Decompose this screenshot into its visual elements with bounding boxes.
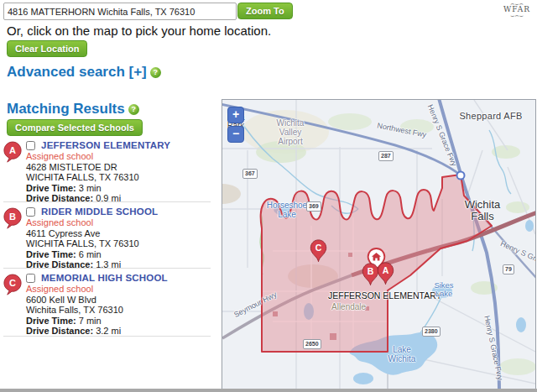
drive-time-value: 7 min bbox=[79, 316, 102, 326]
svg-text:B: B bbox=[9, 212, 16, 222]
school-c-address1: 6600 Kell W Blvd bbox=[26, 295, 213, 305]
advanced-search-link[interactable]: Advanced search [+]? bbox=[7, 64, 161, 81]
school-c-checkbox[interactable] bbox=[26, 274, 35, 283]
map-graphics bbox=[222, 100, 535, 389]
svg-text:C: C bbox=[9, 278, 16, 288]
svg-text:B: B bbox=[368, 266, 374, 276]
school-a-checkbox[interactable] bbox=[26, 141, 35, 150]
logo-ornament-bottom: ⌣⌢⌣ bbox=[499, 13, 534, 18]
school-c-pin-icon: C bbox=[3, 274, 22, 299]
drive-time-value: 6 min bbox=[79, 249, 102, 259]
school-b-name-link[interactable]: RIDER MIDDLE SCHOOL bbox=[41, 206, 158, 217]
school-c-name-link[interactable]: MEMORIAL HIGH SCHOOL bbox=[41, 273, 168, 283]
wfar-logo: ⌢⌣⌢ WFAR ⌣⌢⌣ bbox=[499, 2, 534, 18]
list-divider bbox=[3, 268, 211, 269]
drive-time-label: Drive Time: bbox=[26, 183, 76, 193]
school-a-address2: WICHITA FALLS, TX 76310 bbox=[26, 172, 213, 182]
zoom-to-button[interactable]: Zoom To bbox=[237, 3, 293, 19]
drive-time-value: 3 min bbox=[79, 183, 102, 193]
advanced-search-help-icon[interactable]: ? bbox=[150, 67, 161, 78]
school-c-assigned-badge: Assigned school bbox=[26, 284, 213, 294]
page-bottom-edge bbox=[0, 389, 537, 392]
drive-distance-label: Drive Distance: bbox=[26, 326, 93, 336]
school-search-page: { "header": { "search_value": "4816 MATT… bbox=[0, 0, 537, 392]
school-a-pin-icon: A bbox=[3, 141, 22, 166]
search-input[interactable] bbox=[3, 3, 237, 20]
matching-results-heading: Matching Results? bbox=[7, 101, 139, 118]
school-a-drive-time: Drive Time: 3 min bbox=[26, 183, 213, 193]
zoom-out-button[interactable]: − bbox=[227, 126, 244, 143]
school-b-pin-icon: B bbox=[3, 207, 22, 233]
map-zoom-controls: + − bbox=[227, 107, 244, 145]
school-a-assigned-badge: Assigned school bbox=[26, 151, 213, 161]
school-b-assigned-badge: Assigned school bbox=[26, 217, 213, 227]
attendance-zone-map[interactable]: + − Iowa Park Wichita Valley Airport She… bbox=[222, 99, 536, 389]
school-result-b: B RIDER MIDDLE SCHOOL Assigned school 46… bbox=[3, 206, 213, 269]
school-b-address1: 4611 Cypress Ave bbox=[26, 228, 213, 238]
school-c-address2: Wichita Falls, TX 76310 bbox=[26, 305, 213, 315]
school-b-address2: WICHITA FALLS, TX 76310 bbox=[26, 238, 213, 248]
compare-selected-schools-button[interactable]: Compare Selected Schools bbox=[7, 119, 143, 136]
matching-results-help-icon[interactable]: ? bbox=[128, 104, 139, 115]
svg-text:C: C bbox=[315, 243, 322, 253]
list-divider bbox=[3, 201, 211, 202]
interchange-icon bbox=[457, 172, 465, 180]
drive-time-label: Drive Time: bbox=[26, 316, 76, 326]
school-b-checkbox[interactable] bbox=[26, 207, 35, 217]
drive-distance-value: 3.2 mi bbox=[96, 326, 121, 336]
map-instruction-text: Or, click on the map to pick your home l… bbox=[7, 24, 271, 38]
zoom-in-button[interactable]: + bbox=[227, 107, 244, 123]
school-b-drive-time: Drive Time: 6 min bbox=[26, 249, 213, 259]
drive-time-label: Drive Time: bbox=[26, 249, 76, 259]
school-a-name-link[interactable]: JEFFERSON ELEMENTARY bbox=[41, 140, 170, 150]
matching-results-label: Matching Results bbox=[7, 101, 125, 117]
school-a-address1: 4628 MISTLETOE DR bbox=[26, 162, 213, 172]
school-c-drive-distance: Drive Distance: 3.2 mi bbox=[26, 326, 213, 336]
clear-location-button[interactable]: Clear Location bbox=[7, 40, 87, 57]
svg-text:A: A bbox=[383, 265, 389, 275]
school-result-a: A JEFFERSON ELEMENTARY Assigned school 4… bbox=[3, 140, 213, 203]
school-c-drive-time: Drive Time: 7 min bbox=[26, 316, 213, 326]
svg-text:A: A bbox=[9, 145, 16, 155]
list-divider bbox=[3, 336, 211, 337]
advanced-search-label[interactable]: Advanced search [+] bbox=[7, 64, 147, 80]
school-result-c: C MEMORIAL HIGH SCHOOL Assigned school 6… bbox=[3, 273, 213, 336]
